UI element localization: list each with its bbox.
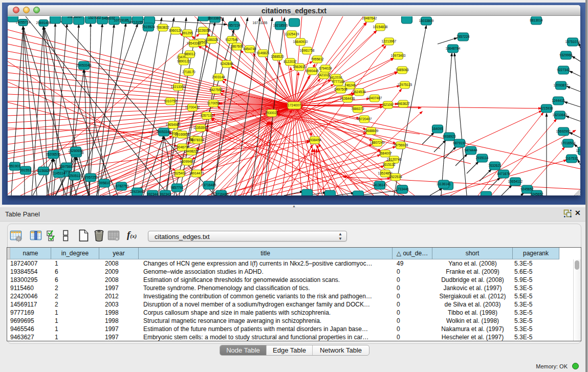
- svg-text:16648784: 16648784: [446, 47, 461, 50]
- svg-text:6466102: 6466102: [102, 16, 115, 20]
- svg-text:16713155: 16713155: [253, 21, 268, 25]
- svg-text:16210643: 16210643: [553, 113, 568, 117]
- svg-text:9245652: 9245652: [530, 192, 543, 195]
- svg-text:891295: 891295: [182, 31, 193, 35]
- svg-text:992344: 992344: [147, 192, 158, 195]
- svg-text:1167533: 1167533: [565, 157, 578, 160]
- svg-text:10654112: 10654112: [508, 180, 523, 183]
- svg-text:17016504: 17016504: [561, 141, 576, 145]
- svg-text:21364436: 21364436: [340, 97, 355, 100]
- svg-text:9474444: 9474444: [464, 148, 477, 152]
- svg-text:20691406: 20691406: [36, 21, 51, 25]
- svg-text:6497508: 6497508: [334, 87, 347, 91]
- svg-text:7625402: 7625402: [173, 171, 186, 175]
- svg-text:8878334: 8878334: [191, 138, 204, 142]
- svg-text:11353594: 11353594: [193, 126, 208, 129]
- svg-text:8938923: 8938923: [443, 135, 456, 138]
- svg-text:12093872: 12093872: [554, 83, 569, 87]
- svg-text:26206576: 26206576: [46, 152, 61, 156]
- svg-text:2935114: 2935114: [476, 156, 489, 160]
- svg-text:11325419: 11325419: [285, 32, 299, 36]
- svg-text:45720407: 45720407: [357, 117, 372, 121]
- svg-text:12505115: 12505115: [68, 174, 82, 178]
- svg-text:1421022: 1421022: [317, 73, 331, 77]
- svg-text:29053346: 29053346: [157, 130, 171, 134]
- svg-text:391553: 391553: [20, 168, 31, 172]
- svg-text:12213303: 12213303: [171, 85, 186, 89]
- svg-text:15751074: 15751074: [565, 40, 580, 43]
- svg-text:1615132: 1615132: [382, 163, 396, 166]
- svg-text:10688609: 10688609: [364, 129, 379, 133]
- svg-text:7663822: 7663822: [156, 26, 169, 29]
- svg-text:7515524: 7515524: [142, 25, 155, 29]
- svg-text:79756928: 79756928: [394, 143, 408, 147]
- svg-text:9890122: 9890122: [177, 59, 190, 63]
- svg-text:13716486: 13716486: [214, 192, 229, 195]
- svg-text:8471676: 8471676: [497, 172, 510, 176]
- svg-text:8960124: 8960124: [169, 29, 182, 32]
- svg-text:10154838: 10154838: [373, 25, 388, 29]
- svg-text:2903144: 2903144: [212, 75, 225, 79]
- svg-text:19166853: 19166853: [175, 133, 190, 136]
- svg-text:14914479: 14914479: [189, 171, 204, 175]
- svg-text:14136141: 14136141: [373, 183, 387, 187]
- svg-text:989012: 989012: [184, 52, 195, 56]
- svg-text:1938454: 1938454: [308, 138, 321, 142]
- svg-text:9777169: 9777169: [332, 80, 345, 83]
- svg-text:746246: 746246: [344, 83, 356, 87]
- svg-text:1527602: 1527602: [88, 16, 101, 19]
- svg-text:9857791: 9857791: [170, 186, 184, 189]
- svg-text:7857224: 7857224: [456, 35, 470, 38]
- svg-text:551903: 551903: [9, 164, 20, 168]
- svg-text:10653267: 10653267: [68, 16, 82, 18]
- svg-text:16713155: 16713155: [128, 20, 143, 24]
- svg-text:26260650: 26260650: [69, 149, 83, 152]
- svg-text:7632621: 7632621: [488, 164, 502, 167]
- svg-text:9146821: 9146821: [256, 51, 270, 55]
- svg-text:16120746: 16120746: [387, 158, 402, 161]
- svg-text:18807249: 18807249: [370, 141, 385, 144]
- svg-text:12103459: 12103459: [576, 149, 580, 152]
- svg-text:7485063: 7485063: [396, 68, 409, 72]
- svg-text:2530027: 2530027: [265, 111, 278, 115]
- svg-text:16961758: 16961758: [300, 49, 315, 52]
- svg-text:12975115: 12975115: [398, 83, 412, 86]
- svg-text:1624534: 1624534: [353, 90, 366, 94]
- svg-text:3215938: 3215938: [540, 106, 553, 110]
- svg-text:14498222: 14498222: [184, 149, 199, 153]
- svg-text:7955812: 7955812: [311, 57, 324, 61]
- svg-text:1244415: 1244415: [552, 99, 565, 102]
- svg-text:1010757: 1010757: [164, 99, 177, 103]
- svg-text:11700432: 11700432: [185, 105, 200, 109]
- svg-text:1588520: 1588520: [271, 55, 284, 58]
- svg-text:12213967: 12213967: [382, 39, 397, 43]
- svg-text:11136141: 11136141: [437, 182, 451, 186]
- svg-text:23226058: 23226058: [196, 29, 211, 32]
- svg-text:2684007: 2684007: [379, 151, 392, 155]
- svg-text:20487642: 20487642: [362, 16, 377, 20]
- svg-text:16099489: 16099489: [180, 160, 195, 163]
- svg-text:1145114: 1145114: [53, 171, 66, 175]
- svg-text:12923448: 12923448: [130, 190, 145, 193]
- svg-text:15692991: 15692991: [556, 129, 571, 133]
- svg-text:1170053: 1170053: [207, 101, 220, 105]
- svg-text:9463627: 9463627: [397, 102, 410, 105]
- svg-text:9127546: 9127546: [225, 38, 238, 41]
- svg-text:16640910: 16640910: [293, 40, 308, 43]
- svg-text:8813014: 8813014: [530, 18, 543, 22]
- svg-text:6990445: 6990445: [306, 69, 319, 73]
- svg-text:8427552: 8427552: [209, 88, 223, 92]
- svg-text:16033809: 16033809: [419, 19, 434, 23]
- svg-text:7886372: 7886372: [351, 107, 364, 111]
- svg-text:17957255: 17957255: [83, 176, 98, 179]
- svg-text:2718170: 2718170: [182, 70, 195, 74]
- svg-text:6794024: 6794024: [319, 67, 332, 70]
- svg-text:992343: 992343: [160, 192, 171, 195]
- svg-text:10719185: 10719185: [114, 18, 129, 22]
- svg-text:3267110: 3267110: [201, 114, 213, 117]
- svg-text:13716485: 13716485: [202, 183, 216, 187]
- svg-text:9227342: 9227342: [557, 68, 570, 72]
- svg-text:11156829: 11156829: [36, 169, 51, 172]
- svg-text:9329966: 9329966: [559, 53, 573, 57]
- svg-text:8454749: 8454749: [243, 47, 256, 51]
